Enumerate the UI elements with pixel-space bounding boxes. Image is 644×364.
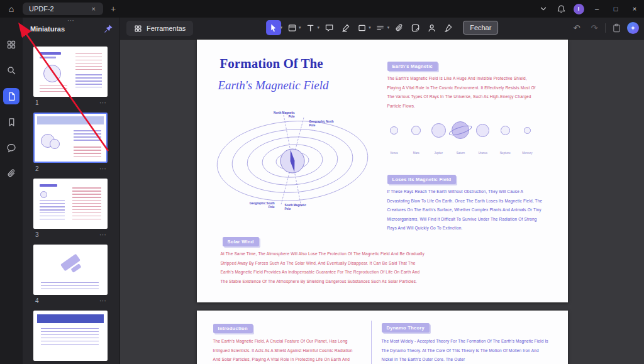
planet-label: Venus [390, 152, 398, 155]
earths-magnetic-paragraph: The Earth's Magnetic Field Is Like A Hug… [387, 74, 540, 111]
pin-icon[interactable] [104, 24, 113, 33]
attach-tool[interactable] [391, 20, 406, 35]
planet-label: Jupiter [434, 152, 443, 155]
app-body: ⋯ Miniaturas [0, 18, 644, 364]
introduction-heading: Introduction [213, 324, 253, 333]
shapes-tool[interactable] [354, 20, 369, 35]
page-4-thumbnail[interactable] [33, 245, 108, 295]
comment-tool[interactable] [321, 20, 336, 35]
page-number: 3 [35, 231, 39, 238]
thumbnail-meta: 2 ⋯ [33, 163, 109, 173]
pdf-viewer[interactable]: Formation Of The Earth's Magnetic Field [120, 40, 644, 364]
close-tools-button[interactable]: Fechar [463, 21, 498, 35]
home-icon[interactable]: ⌂ [0, 4, 23, 14]
solar-wind-heading: Solar Wind [223, 237, 259, 246]
planet-label: Uranus [479, 152, 488, 155]
contact-tool[interactable] [424, 20, 439, 35]
thumb1-diagram-blob [43, 65, 61, 82]
lines-tool-dropdown[interactable]: ▾ [387, 25, 390, 30]
tools-menu-label: Ferramentas [147, 25, 186, 32]
minimize-button[interactable]: – [587, 0, 606, 18]
thumbnail-item-4: 4 ⋯ [33, 245, 109, 305]
thumb5-header-band [37, 314, 104, 323]
text-tool[interactable] [303, 20, 318, 35]
planet-jupiter: Jupiter [430, 119, 447, 155]
toolbar-right-group: ↶ ↷ [570, 20, 639, 35]
thumbnails-panel-icon[interactable] [3, 88, 19, 104]
planet-mercury: Mercury [518, 119, 536, 155]
text-tool-dropdown[interactable]: ▾ [318, 25, 320, 30]
highlighter-tool[interactable] [338, 20, 353, 35]
ai-assistant-icon[interactable] [627, 22, 639, 34]
planet-mars: Mars [408, 119, 425, 155]
thumbnail-more-button[interactable]: ⋯ [99, 231, 107, 239]
planet-venus: Venus [386, 119, 403, 155]
tab-title: UPDF-2 [29, 5, 86, 13]
user-avatar[interactable]: I [570, 0, 587, 18]
chevron-down-icon[interactable] [535, 0, 552, 18]
column-divider [371, 321, 372, 364]
introduction-paragraph: The Earth's Magnetic Field, A Crucial Fe… [213, 337, 359, 364]
apps-grid-icon[interactable] [3, 36, 19, 53]
thumbnail-item-1: 1 ⋯ [33, 47, 109, 107]
pdf-page-2: Introduction The Earth's Magnetic Field,… [197, 311, 568, 364]
thumbnail-more-button[interactable]: ⋯ [99, 297, 107, 305]
select-tool[interactable] [266, 20, 281, 35]
comments-icon[interactable] [3, 140, 19, 156]
page-3-thumbnail[interactable] [33, 179, 108, 229]
notifications-bell-icon[interactable] [552, 0, 570, 18]
updf-application-window: ⌂ UPDF-2 × + I – □ × [0, 0, 644, 364]
thumbnails-panel-header: Miniaturas [30, 24, 113, 33]
document-tab[interactable]: UPDF-2 × [23, 3, 103, 15]
thumb1-title-line [40, 52, 61, 55]
uranus-circle [476, 124, 489, 137]
page-display-tool[interactable] [284, 20, 299, 35]
thumbnail-meta: 5 ⋯ [33, 361, 109, 364]
lines-tool[interactable] [373, 20, 388, 35]
document-title-line2: Earth's Magnetic Field [218, 79, 329, 92]
thumb2-text-lines [74, 130, 101, 143]
select-tool-dropdown[interactable]: ▾ [280, 25, 283, 30]
signature-tool[interactable] [440, 20, 455, 35]
search-icon[interactable] [3, 62, 19, 79]
thumb5-text-lines [41, 328, 99, 347]
field-lines-figure [211, 102, 402, 219]
diagram-label-geographic-south: Geographic South Pole [247, 202, 275, 209]
dynamo-theory-paragraph: The Most Widely - Accepted Theory For Th… [382, 337, 550, 364]
planet-label: Neptune [500, 152, 511, 155]
tab-close-icon[interactable]: × [91, 5, 97, 13]
maximize-button[interactable]: □ [606, 0, 625, 18]
clipboard-icon[interactable] [609, 20, 623, 35]
page-2-thumbnail[interactable] [33, 113, 108, 163]
page-display-dropdown[interactable]: ▾ [299, 25, 301, 30]
page-number: 4 [35, 297, 39, 304]
diagram-label-north-magnetic: North Magnetic Pole [267, 111, 295, 119]
earths-magnetic-heading: Earth's Magnetic [387, 62, 438, 71]
thumbnail-more-button[interactable]: ⋯ [99, 165, 107, 173]
sticker-tool[interactable] [408, 20, 423, 35]
new-tab-button[interactable]: + [111, 4, 116, 14]
close-window-button[interactable]: × [625, 0, 644, 18]
jupiter-circle [431, 123, 446, 138]
thumbnail-meta: 4 ⋯ [33, 295, 109, 305]
shapes-tool-dropdown[interactable]: ▾ [369, 25, 371, 30]
thumbnail-more-button[interactable]: ⋯ [99, 99, 107, 107]
planet-label: Mars [413, 152, 419, 155]
thumbnail-meta: 3 ⋯ [33, 229, 109, 239]
page-5-thumbnail[interactable] [33, 311, 108, 361]
toolbar-separator [605, 23, 606, 33]
thumb1-text-lines-2 [75, 74, 102, 88]
bookmark-icon[interactable] [3, 114, 19, 130]
attachments-icon[interactable] [3, 165, 19, 182]
page-1-thumbnail[interactable] [33, 47, 108, 97]
redo-icon[interactable]: ↷ [587, 20, 601, 35]
main-content: Ferramentas ▾ ▾ [120, 18, 644, 364]
loses-magnetic-heading: Loses Its Magnetic Field [387, 175, 457, 184]
thumb2-banner [37, 116, 104, 124]
mercury-circle [524, 127, 531, 134]
planet-neptune: Neptune [496, 119, 514, 155]
tools-menu-button[interactable]: Ferramentas [126, 21, 193, 36]
thumbnail-item-2: 2 ⋯ [33, 113, 109, 173]
tool-group: ▾ ▾ ▾ [266, 20, 499, 35]
undo-icon[interactable]: ↶ [570, 20, 584, 35]
